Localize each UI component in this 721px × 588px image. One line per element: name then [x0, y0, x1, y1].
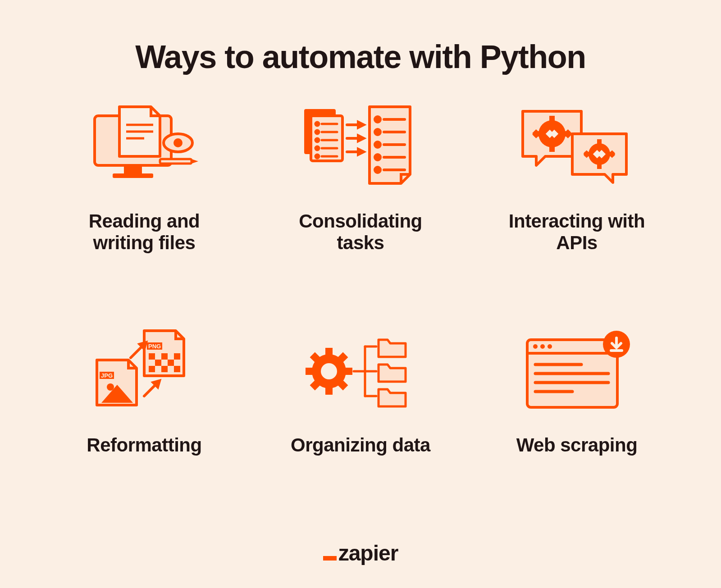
feature-label: Reformatting — [87, 434, 201, 456]
svg-rect-64 — [174, 353, 180, 360]
svg-point-92 — [548, 344, 552, 349]
feature-cell: Consolidating tasks — [282, 102, 439, 254]
svg-rect-65 — [155, 360, 161, 366]
svg-point-18 — [315, 146, 319, 150]
feature-label: Web scraping — [516, 434, 638, 456]
svg-rect-1 — [124, 165, 142, 173]
organizing-data-icon — [302, 326, 419, 416]
feature-cell: Organizing data — [291, 326, 430, 456]
svg-rect-40 — [549, 146, 555, 152]
svg-rect-77 — [325, 387, 333, 395]
svg-rect-50 — [597, 164, 602, 169]
svg-marker-25 — [358, 136, 364, 141]
svg-point-75 — [321, 363, 337, 379]
consolidating-tasks-icon — [302, 102, 419, 192]
png-label: PNG — [148, 343, 161, 350]
svg-rect-78 — [306, 368, 314, 375]
svg-rect-8 — [160, 159, 192, 164]
feature-label: Organizing data — [291, 434, 430, 456]
page-title: Ways to automate with Python — [135, 38, 585, 75]
feature-cell: JPG PNG — [86, 326, 203, 456]
svg-rect-66 — [168, 360, 174, 366]
feature-grid: Reading and writing files — [45, 102, 676, 527]
svg-rect-49 — [597, 139, 602, 145]
reformatting-icon: JPG PNG — [86, 326, 203, 416]
svg-rect-63 — [161, 353, 168, 360]
svg-rect-67 — [149, 366, 155, 372]
svg-point-7 — [173, 138, 183, 147]
svg-marker-27 — [358, 149, 364, 155]
jpg-label: JPG — [101, 372, 113, 379]
zapier-logo: zapier — [323, 541, 398, 565]
svg-rect-39 — [549, 116, 555, 122]
feature-cell: Interacting with APIs — [498, 102, 656, 254]
svg-point-59 — [107, 383, 114, 391]
svg-marker-9 — [192, 159, 198, 164]
read-write-files-icon — [86, 102, 203, 192]
svg-point-30 — [375, 129, 380, 135]
svg-rect-62 — [149, 353, 155, 360]
svg-point-20 — [315, 155, 319, 158]
svg-line-72 — [144, 385, 155, 396]
page: Ways to automate with Python — [0, 0, 721, 588]
interacting-apis-icon — [518, 102, 635, 192]
svg-rect-2 — [113, 173, 153, 178]
svg-point-34 — [375, 155, 380, 160]
logo-underscore-icon — [323, 556, 337, 561]
logo-text: zapier — [338, 541, 398, 565]
svg-point-91 — [540, 344, 545, 349]
svg-rect-76 — [325, 348, 333, 356]
feature-label: Interacting with APIs — [498, 210, 656, 254]
feature-cell: Web scraping — [516, 326, 638, 456]
feature-cell: Reading and writing files — [65, 102, 223, 254]
feature-label: Reading and writing files — [65, 210, 223, 254]
svg-line-70 — [131, 346, 142, 358]
svg-point-90 — [533, 344, 538, 349]
svg-rect-79 — [344, 368, 352, 375]
svg-point-12 — [315, 122, 319, 126]
svg-point-32 — [375, 142, 380, 147]
feature-label: Consolidating tasks — [282, 210, 439, 254]
svg-marker-23 — [358, 122, 364, 128]
svg-point-28 — [375, 117, 380, 122]
svg-rect-68 — [161, 366, 168, 372]
svg-point-16 — [315, 138, 319, 142]
web-scraping-icon — [518, 326, 635, 416]
svg-point-14 — [315, 130, 319, 134]
svg-rect-69 — [174, 366, 180, 372]
svg-point-36 — [375, 167, 380, 173]
